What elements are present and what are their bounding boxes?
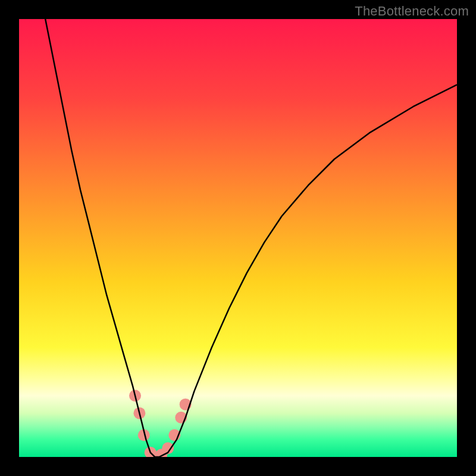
watermark-text: TheBottleneck.com: [355, 4, 469, 19]
plot-area: [19, 19, 457, 457]
chart-frame: TheBottleneck.com: [0, 0, 476, 476]
gradient-background: [19, 19, 457, 457]
chart-svg: [19, 19, 457, 457]
